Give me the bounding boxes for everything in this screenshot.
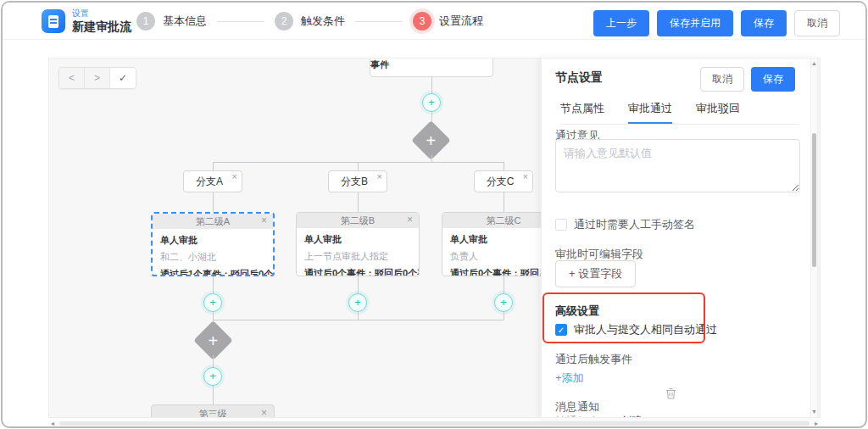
- close-icon[interactable]: ×: [377, 172, 382, 181]
- card-approval-type: 单人审批: [160, 234, 265, 247]
- validate-button[interactable]: ✓: [110, 68, 136, 88]
- card-title: 第二级B: [341, 214, 375, 227]
- topbar-actions: 上一步 保存并启用 保存 取消: [593, 10, 840, 36]
- app-logo-icon: [42, 9, 65, 33]
- close-icon[interactable]: ×: [523, 172, 528, 181]
- close-icon[interactable]: ×: [232, 172, 237, 181]
- tab-approval-reject[interactable]: 审批驳回: [696, 101, 740, 124]
- top-bar: 设置 新建审批流 1 基本信息 2 触发条件 3 设置流程 上一步 保存并启用 …: [3, 3, 865, 40]
- breadcrumb: 设置: [72, 8, 89, 20]
- auto-pass-checkbox-row[interactable]: ✓ 审批人与提交人相同自动通过: [555, 322, 717, 337]
- connector-line: [213, 162, 214, 170]
- canvas-horizontal-scrollbar[interactable]: ◂ ▸: [49, 420, 820, 427]
- add-node-button[interactable]: +: [348, 293, 367, 312]
- panel-scrollbar[interactable]: ▲ ▼: [810, 58, 817, 417]
- panel-cancel-button[interactable]: 取消: [700, 67, 744, 92]
- scroll-down-icon[interactable]: ▼: [811, 408, 817, 416]
- node-settings-panel: 节点设置 取消 保存 节点属性 审批通过 审批驳回 通过意见 通过时需要人工手动…: [541, 58, 818, 418]
- message-notify-label: 消息通知: [555, 399, 599, 415]
- checkbox-unchecked-icon[interactable]: [555, 219, 567, 231]
- set-fields-button[interactable]: + 设置字段: [555, 260, 636, 287]
- flow-node-top-events[interactable]: 通过后0个事件；驳回后0个事件: [370, 58, 493, 77]
- card-title: 第二级A: [196, 215, 230, 228]
- scroll-right-icon[interactable]: ▸: [815, 420, 818, 427]
- save-button[interactable]: 保存: [741, 10, 787, 36]
- app-window: 设置 新建审批流 1 基本信息 2 触发条件 3 设置流程 上一步 保存并启用 …: [1, 1, 867, 428]
- scrollbar-thumb[interactable]: [59, 421, 810, 426]
- add-node-button[interactable]: +: [203, 367, 222, 386]
- chevron-left-icon: <: [69, 72, 75, 84]
- step-divider: [355, 21, 403, 22]
- card-events: 通过后1个事件；驳回后0个事件: [160, 268, 265, 276]
- approval-card-b[interactable]: 第二级B × 单人审批 上一节点审批人指定 通过后0个事件；驳回后0个事件: [296, 212, 420, 276]
- connector-line: [213, 312, 214, 320]
- step-number: 3: [413, 12, 431, 31]
- merge-gateway-icon[interactable]: +: [193, 320, 233, 360]
- plus-icon: +: [209, 296, 216, 309]
- plus-icon: +: [209, 332, 219, 349]
- canvas-toolbar: < > ✓: [58, 67, 136, 89]
- after-pass-events-label: 通过后触发事件: [555, 352, 632, 367]
- step-number: 2: [275, 12, 293, 31]
- branch-label: 分支C: [487, 175, 515, 189]
- cancel-button[interactable]: 取消: [794, 10, 840, 36]
- connector-line: [431, 77, 432, 93]
- connector-line: [213, 276, 214, 293]
- node-events-text: 通过后0个事件；驳回后0个事件: [370, 58, 492, 71]
- add-node-button[interactable]: +: [494, 293, 513, 312]
- checkbox-checked-icon[interactable]: ✓: [555, 324, 567, 336]
- prev-step-button[interactable]: 上一步: [593, 10, 649, 36]
- branch-label: 分支A: [196, 175, 223, 189]
- step-number: 1: [136, 12, 155, 31]
- add-node-button[interactable]: +: [422, 93, 441, 112]
- notified-person-label: 被通知人：: [555, 414, 610, 418]
- panel-tabs: 节点属性 审批通过 审批驳回: [560, 101, 798, 125]
- connector-line: [358, 312, 359, 320]
- branch-node-b[interactable]: 分支B ×: [328, 170, 387, 192]
- add-node-button[interactable]: +: [203, 293, 222, 312]
- sign-label: 通过时需要人工手动签名: [574, 217, 695, 232]
- scroll-left-icon[interactable]: ◂: [51, 420, 54, 427]
- connector-line: [431, 155, 432, 162]
- advanced-settings-title: 高级设置: [555, 304, 599, 319]
- step-basic-info[interactable]: 1 基本信息: [136, 12, 207, 31]
- undo-button[interactable]: <: [59, 68, 85, 88]
- comment-textarea[interactable]: [555, 139, 800, 192]
- panel-save-button[interactable]: 保存: [751, 67, 795, 92]
- check-icon: ✓: [119, 72, 127, 84]
- connector-line: [358, 162, 359, 170]
- notified-person-value: 创建: [620, 414, 643, 418]
- step-set-flow[interactable]: 3 设置流程: [413, 12, 483, 31]
- connector-line: [213, 320, 504, 320]
- approval-card-a[interactable]: 第二级A × 单人审批 和二、小湖北 通过后1个事件；驳回后0个事件: [151, 212, 275, 276]
- condition-gateway-icon[interactable]: +: [411, 120, 451, 160]
- panel-title: 节点设置: [555, 70, 603, 86]
- trash-icon[interactable]: [665, 387, 676, 399]
- scroll-up-icon[interactable]: ▲: [811, 59, 817, 68]
- connector-line: [504, 192, 504, 212]
- tab-approval-pass[interactable]: 审批通过: [628, 101, 672, 124]
- sign-checkbox-row[interactable]: 通过时需要人工手动签名: [555, 217, 695, 232]
- plus-icon: +: [428, 96, 435, 109]
- close-icon[interactable]: ×: [261, 215, 267, 226]
- plus-icon: +: [209, 370, 216, 382]
- notified-person-row[interactable]: 被通知人： 创建: [555, 414, 643, 418]
- scrollbar-thumb[interactable]: [812, 133, 816, 267]
- card-title: 第二级C: [487, 214, 521, 227]
- redo-button[interactable]: >: [85, 68, 110, 88]
- close-icon[interactable]: ×: [407, 214, 413, 225]
- close-icon[interactable]: ×: [261, 408, 267, 418]
- card-events: 通过后0个事件；驳回后0个事件: [304, 267, 411, 276]
- branch-node-a[interactable]: 分支A ×: [183, 170, 242, 192]
- chevron-right-icon: >: [94, 72, 100, 84]
- panel-actions: 取消 保存: [700, 67, 795, 92]
- save-and-enable-button[interactable]: 保存并启用: [657, 10, 733, 36]
- step-trigger-condition[interactable]: 2 触发条件: [275, 12, 345, 31]
- card-approver: 上一节点审批人指定: [304, 250, 411, 263]
- add-event-link[interactable]: +添加: [555, 370, 584, 386]
- flow-node-level3[interactable]: 第三级 ×: [151, 404, 275, 418]
- tab-node-properties[interactable]: 节点属性: [560, 101, 604, 124]
- stepper: 1 基本信息 2 触发条件 3 设置流程: [136, 3, 483, 40]
- branch-node-c[interactable]: 分支C ×: [474, 170, 533, 192]
- step-label: 基本信息: [163, 14, 207, 29]
